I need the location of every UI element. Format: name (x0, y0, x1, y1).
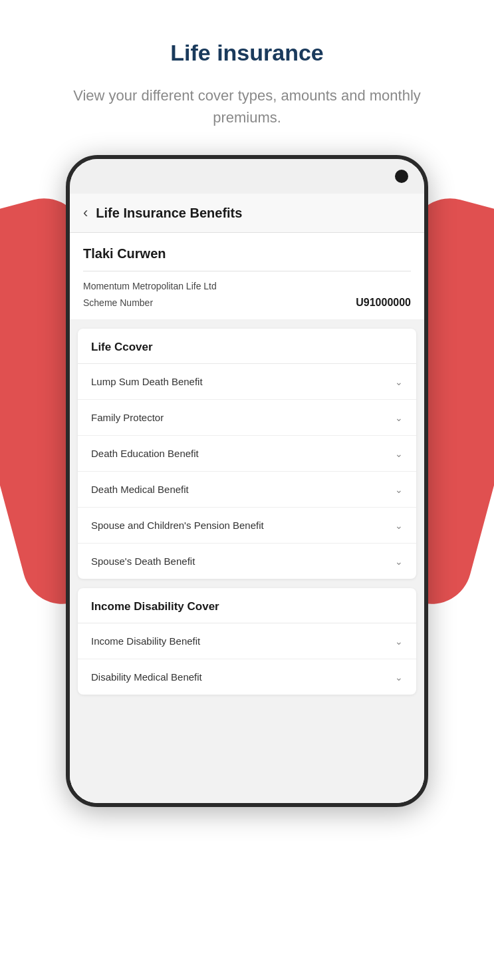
life-cover-title: Life Ccover (91, 341, 153, 353)
phone-frame: ‹ Life Insurance Benefits Tlaki Curwen M… (66, 155, 428, 807)
phone-top-bar (70, 159, 424, 194)
page-title: Life insurance (170, 40, 324, 66)
camera-dot (395, 170, 408, 183)
chevron-down-icon: ⌄ (395, 448, 403, 459)
benefit-label: Death Medical Benefit (91, 484, 189, 495)
phone-wrapper: ‹ Life Insurance Benefits Tlaki Curwen M… (0, 148, 494, 980)
benefit-label: Disability Medical Benefit (91, 671, 202, 683)
benefit-label: Lump Sum Death Benefit (91, 376, 203, 387)
benefit-spouses-death[interactable]: Spouse's Death Benefit ⌄ (78, 544, 416, 579)
disability-cover-header: Income Disability Cover (78, 588, 416, 623)
benefit-label: Income Disability Benefit (91, 635, 200, 647)
chevron-down-icon: ⌄ (395, 556, 403, 567)
scheme-number: U91000000 (356, 297, 411, 309)
benefit-label: Spouse's Death Benefit (91, 556, 195, 567)
app-header-title: Life Insurance Benefits (96, 206, 242, 221)
chevron-down-icon: ⌄ (395, 636, 403, 647)
top-section: Life insurance View your different cover… (0, 0, 494, 148)
chevron-down-icon: ⌄ (395, 377, 403, 387)
life-cover-section: Life Ccover Lump Sum Death Benefit ⌄ Fam… (78, 329, 416, 579)
benefit-label: Family Protector (91, 412, 164, 423)
benefit-income-disability[interactable]: Income Disability Benefit ⌄ (78, 623, 416, 659)
benefit-death-medical[interactable]: Death Medical Benefit ⌄ (78, 472, 416, 508)
chevron-down-icon: ⌄ (395, 672, 403, 683)
screen-content[interactable]: Tlaki Curwen Momentum Metropolitan Life … (70, 233, 424, 803)
benefit-lump-sum-death[interactable]: Lump Sum Death Benefit ⌄ (78, 364, 416, 400)
chevron-down-icon: ⌄ (395, 520, 403, 531)
benefit-disability-medical[interactable]: Disability Medical Benefit ⌄ (78, 659, 416, 695)
app-header: ‹ Life Insurance Benefits (70, 194, 424, 233)
user-name: Tlaki Curwen (83, 246, 411, 261)
insurer-name: Momentum Metropolitan Life Ltd (83, 281, 411, 291)
disability-cover-title: Income Disability Cover (91, 600, 219, 613)
user-card: Tlaki Curwen Momentum Metropolitan Life … (70, 233, 424, 319)
chevron-down-icon: ⌄ (395, 412, 403, 423)
scheme-row: Scheme Number U91000000 (83, 297, 411, 309)
disability-cover-section: Income Disability Cover Income Disabilit… (78, 588, 416, 695)
user-divider (83, 271, 411, 271)
back-button[interactable]: ‹ (83, 204, 88, 222)
life-cover-header: Life Ccover (78, 329, 416, 364)
benefit-death-education[interactable]: Death Education Benefit ⌄ (78, 436, 416, 472)
phone-screen: ‹ Life Insurance Benefits Tlaki Curwen M… (70, 194, 424, 803)
chevron-down-icon: ⌄ (395, 484, 403, 495)
benefit-spouse-children-pension[interactable]: Spouse and Children's Pension Benefit ⌄ (78, 508, 416, 544)
scheme-label: Scheme Number (83, 297, 153, 308)
benefit-label: Spouse and Children's Pension Benefit (91, 520, 264, 531)
benefit-label: Death Education Benefit (91, 448, 199, 459)
benefit-family-protector[interactable]: Family Protector ⌄ (78, 400, 416, 436)
page-subtitle: View your different cover types, amounts… (40, 84, 454, 128)
